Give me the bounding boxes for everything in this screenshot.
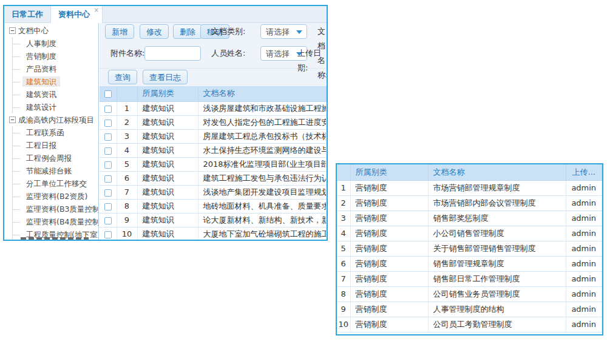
table-row[interactable]: 7营销制度销售部日常工作管理制度admin: [337, 271, 602, 286]
table-row[interactable]: 4建筑知识水土保持生态环境监测网络的建设与资...: [100, 143, 327, 157]
query-button[interactable]: 查询: [108, 70, 137, 84]
tree-item-project-weekly-meeting[interactable]: 工程例会周报: [12, 152, 98, 164]
row-category: 营销制度: [350, 180, 428, 195]
select-value: 请选择: [266, 27, 290, 36]
doc-category-select[interactable]: 请选择: [260, 24, 307, 39]
table-row[interactable]: 6营销制度销售部管理规章制度admin: [337, 256, 602, 271]
table-row[interactable]: 6建筑知识建筑工程施工发包与承包违法行为认定...: [100, 171, 327, 185]
row-category: 建筑知识: [137, 185, 198, 199]
row-checkbox[interactable]: [104, 231, 112, 238]
table-row[interactable]: 8建筑知识地砖地面材料、机具准备、质量要求及...: [100, 199, 327, 213]
table-row[interactable]: 10营销制度公司员工考勤管理制度admin: [337, 317, 602, 332]
table-row[interactable]: 3营销制度销售部奖惩制度admin: [337, 211, 602, 226]
row-category: 营销制度: [350, 271, 428, 286]
row-doc-name: 房屋建筑工程总承包投标书（技术标）...: [198, 129, 327, 143]
table-row[interactable]: 4营销制度小公司销售管理制度admin: [337, 226, 602, 241]
tree-item-construction-news[interactable]: 建筑资讯: [12, 88, 98, 101]
row-checkbox[interactable]: [104, 217, 112, 224]
table-row[interactable]: 5营销制度关于销售部管理销售管理制度admin: [337, 241, 602, 256]
header-category: 所属别类: [350, 164, 428, 180]
table-row[interactable]: 9营销制度人事管理制度的结构admin: [337, 302, 602, 317]
row-uploader: admin: [566, 271, 602, 286]
category-tree: 文档中心 人事制度 营销制度 产品资料 建筑知识 建筑资讯 建筑设计 成渝高铁内…: [4, 24, 98, 240]
row-number: 6: [337, 256, 350, 271]
table-row[interactable]: 1建筑知识浅谈房屋建筑和市政基础设施工程施工...: [100, 101, 327, 115]
row-doc-name: 销售部奖惩制度: [428, 211, 566, 226]
row-category: 营销制度: [350, 256, 428, 271]
tree-item-energy-saving-ledger[interactable]: 节能减排台账: [12, 164, 98, 177]
select-all-checkbox[interactable]: [104, 90, 112, 98]
collapse-icon[interactable]: [9, 116, 16, 123]
row-doc-name: 市场营销部管理规章制度: [428, 180, 566, 195]
row-checkbox[interactable]: [104, 120, 112, 127]
row-checkbox[interactable]: [104, 147, 112, 155]
view-log-button[interactable]: 查看日志: [143, 70, 188, 84]
row-number: 9: [117, 213, 137, 227]
person-name-label: 人员姓名:: [211, 46, 245, 61]
table-row[interactable]: 3建筑知识房屋建筑工程总承包投标书（技术标）...: [100, 129, 327, 143]
row-checkbox[interactable]: [104, 203, 112, 211]
row-checkbox[interactable]: [104, 161, 112, 169]
row-uploader: admin: [566, 256, 602, 271]
table-row[interactable]: 1营销制度市场营销部管理规章制度admin: [337, 180, 602, 195]
row-doc-name: 公司销售业务员管理制度: [428, 286, 566, 302]
edit-button[interactable]: 修改: [140, 24, 169, 39]
row-number: 5: [117, 157, 137, 171]
document-table: 所属别类 文档名称 1建筑知识浅谈房屋建筑和市政基础设施工程施工... 2建筑知…: [100, 86, 327, 241]
row-checkbox[interactable]: [104, 133, 112, 141]
tree-item-construction-design[interactable]: 建筑设计: [12, 101, 98, 113]
tree-item-product-materials[interactable]: 产品资料: [12, 62, 98, 75]
row-doc-name: 对发包人指定分包的工程施工进度安排...: [198, 115, 327, 129]
tree-item-supervision-b4[interactable]: 监理资料(B4质量控制): [12, 215, 98, 228]
tree-item-supervision-b3[interactable]: 监理资料(B3质量控制): [12, 203, 98, 215]
table-row[interactable]: 7建筑知识浅谈地产集团开发建设项目监理规划编...: [100, 185, 327, 199]
toolbar-divider: [100, 68, 327, 69]
tree-item-hr-rules[interactable]: 人事制度: [12, 37, 98, 50]
collapse-icon[interactable]: [9, 27, 16, 34]
add-button[interactable]: 新增: [105, 24, 134, 39]
table-row[interactable]: 5建筑知识2018标准化监理项目部(业主项目部)人员...: [100, 157, 327, 171]
tab-daily-work[interactable]: 日常工作: [4, 6, 50, 22]
header-number: [117, 86, 137, 101]
doc-name-label: 文档名称:: [317, 24, 328, 39]
table-row[interactable]: 2营销制度市场营销部内部会议管理制度admin: [337, 195, 602, 211]
table-row[interactable]: 2建筑知识对发包人指定分包的工程施工进度安排...: [100, 115, 327, 129]
row-checkbox[interactable]: [104, 189, 112, 197]
tree-item-marketing-rules[interactable]: 营销制度: [12, 50, 98, 62]
tree-item-clipped[interactable]: [21, 237, 89, 240]
row-number: 2: [117, 115, 137, 129]
tree-item-project-contact-letter[interactable]: 工程联系函: [12, 126, 98, 139]
attachment-name-input[interactable]: [144, 46, 201, 61]
row-doc-name: 公司员工考勤管理制度: [428, 317, 566, 332]
document-center-window: 日常工作 资料中心 × 文档中心 人事制度 营销制度 产品资料 建筑知识 建筑资…: [3, 5, 328, 241]
table-row[interactable]: 8营销制度公司销售业务员管理制度admin: [337, 286, 602, 302]
category-tree-sidebar: 文档中心 人事制度 营销制度 产品资料 建筑知识 建筑资讯 建筑设计 成渝高铁内…: [4, 23, 99, 240]
row-doc-name: 小公司销售管理制度: [428, 226, 566, 241]
header-category: 所属别类: [137, 86, 198, 101]
row-uploader: admin: [566, 302, 602, 317]
tree-item-subunit-work-transfer[interactable]: 分工单位工作移交: [12, 177, 98, 190]
tree-item-document-center[interactable]: 文档中心: [9, 24, 98, 37]
row-number: 10: [117, 227, 137, 241]
row-doc-name: 销售部管理规章制度: [428, 256, 566, 271]
select-value: 请选择: [266, 49, 290, 58]
tree-item-project-daily-report[interactable]: 工程日报: [12, 139, 98, 152]
panel-body: 文档中心 人事制度 营销制度 产品资料 建筑知识 建筑资讯 建筑设计 成渝高铁内…: [4, 23, 327, 240]
row-number: 4: [337, 226, 350, 241]
delete-button[interactable]: 删除: [173, 24, 202, 39]
row-uploader: admin: [566, 317, 602, 332]
tree-item-supervision-b2[interactable]: 监理资料(B2资质): [12, 190, 98, 203]
marketing-document-table: 所属别类 文档名称 上传... 1营销制度市场营销部管理规章制度admin 2营…: [337, 164, 602, 332]
tab-data-center[interactable]: 资料中心 ×: [50, 6, 103, 23]
row-category: 建筑知识: [137, 129, 198, 143]
header-doc-name: 文档名称: [198, 86, 327, 101]
table-row[interactable]: 10建筑知识大厦地下室加气砼墙砌筑工程的施工方...: [100, 227, 327, 241]
table-row[interactable]: 9建筑知识论大厦新材料、新结构、新技术，新工...: [100, 213, 327, 227]
tree-item-construction-knowledge[interactable]: 建筑知识: [12, 75, 98, 88]
row-doc-name: 地砖地面材料、机具准备、质量要求及...: [198, 199, 327, 213]
close-icon[interactable]: ×: [94, 7, 99, 14]
row-doc-name: 论大厦新材料、新结构、新技术，新工...: [198, 213, 327, 227]
tree-item-chengyu-rail-project[interactable]: 成渝高铁内江标段项目: [9, 113, 98, 126]
row-checkbox[interactable]: [104, 106, 112, 113]
row-checkbox[interactable]: [104, 175, 112, 183]
